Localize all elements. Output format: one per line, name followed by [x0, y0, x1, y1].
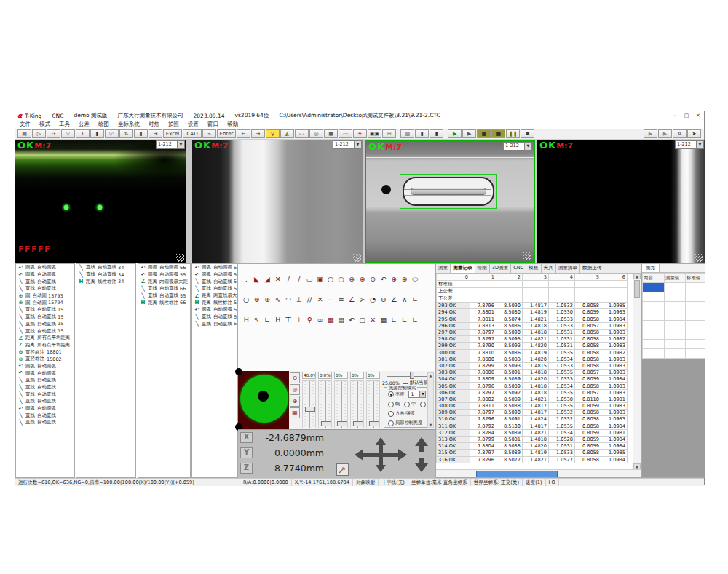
tool-icon[interactable]: ▣: [315, 274, 326, 284]
detail-cell[interactable]: [686, 283, 705, 292]
list-item[interactable]: ╲直线自动直线: [16, 377, 74, 384]
detail-cell[interactable]: [643, 321, 665, 330]
table-row[interactable]: 302 OK7.87998.50931.48151.05330.80581.09…: [437, 362, 628, 369]
tool-icon[interactable]: ≡: [336, 295, 347, 305]
slider-track[interactable]: [350, 380, 364, 428]
tool-icon[interactable]: ○: [336, 274, 347, 284]
arrow-left-button[interactable]: ←: [237, 129, 250, 138]
detail-cell[interactable]: [686, 302, 705, 311]
tool-icon[interactable]: ⚲: [304, 315, 315, 325]
tool-icon[interactable]: ⊕: [357, 274, 368, 284]
chevron-down-icon[interactable]: ▼: [524, 143, 531, 150]
detail-row[interactable]: [643, 292, 705, 302]
light-ring-button[interactable]: ⊙: [290, 372, 300, 383]
menu-item-9[interactable]: 设置: [183, 121, 203, 128]
slider-track[interactable]: [318, 380, 332, 428]
slider-thumb[interactable]: [410, 372, 414, 379]
list-item[interactable]: ╲直线自动直线15: [16, 327, 74, 335]
tool-icon[interactable]: ↖: [252, 315, 263, 325]
list-item[interactable]: ↶圆弧自动圆弧66: [138, 264, 190, 271]
close-button[interactable]: ✕: [692, 112, 704, 120]
radio-medium[interactable]: [404, 402, 410, 407]
table-row[interactable]: 304 OK7.88098.50891.48201.05330.80591.09…: [437, 376, 628, 383]
detail-row[interactable]: [643, 330, 705, 340]
tool-icon[interactable]: ✕: [315, 295, 326, 305]
arrow-right-button[interactable]: →: [251, 129, 265, 138]
tool-icon[interactable]: ↶: [379, 274, 389, 284]
panel-button-1[interactable]: ▮: [415, 129, 429, 138]
tool-icon[interactable]: ∧: [400, 295, 411, 305]
image-button[interactable]: ◭: [280, 129, 294, 138]
run-button[interactable]: ▶: [462, 129, 476, 138]
detail-cell[interactable]: [665, 311, 686, 321]
tool-icon[interactable]: ✕: [273, 274, 284, 284]
tool-icon[interactable]: ▭: [304, 274, 315, 284]
settings-button[interactable]: ✱: [521, 129, 534, 138]
list-item[interactable]: ∠距离所有点平均距离: [16, 342, 74, 349]
list-item[interactable]: ╲直线自动直线: [16, 398, 74, 405]
table-row[interactable]: 309 OK7.87978.50901.48171.05320.80581.09…: [437, 410, 628, 416]
light-coax-button[interactable]: ◎: [290, 384, 300, 395]
list-item[interactable]: ╲直线自动直线: [16, 384, 74, 391]
list-item[interactable]: ⊖直径标注15802: [16, 356, 74, 363]
tool-icon[interactable]: ⊕: [389, 274, 400, 284]
scroll-down-icon[interactable]: ▼: [428, 423, 433, 427]
camera-view-3-selected[interactable]: OK M:7 1-212 ▼: [365, 140, 535, 263]
tool-icon[interactable]: ⊕: [262, 295, 273, 305]
run-all-button[interactable]: ▶: [644, 129, 657, 138]
panel-button-2[interactable]: ▮: [430, 129, 443, 138]
detail-cell[interactable]: [665, 340, 686, 349]
tool-icon[interactable]: ○: [325, 274, 336, 284]
list-item[interactable]: ⊕圆自动圆15793: [16, 292, 74, 300]
tool-icon[interactable]: /: [283, 274, 294, 284]
tool-icon[interactable]: ◢: [262, 274, 273, 284]
tool-icon[interactable]: ∞: [315, 315, 326, 325]
tool-icon[interactable]: 工: [283, 315, 294, 325]
tool-icon[interactable]: ∠: [347, 295, 357, 305]
master-brightness-slider[interactable]: [387, 374, 430, 377]
menu-item-2[interactable]: 模式: [35, 121, 55, 128]
frame-button[interactable]: ▭: [339, 129, 352, 138]
list-item[interactable]: ╲直线自动直线66: [138, 285, 190, 292]
detail-cell[interactable]: [665, 283, 686, 292]
scroll-up-icon[interactable]: ▲: [428, 373, 433, 378]
table-row[interactable]: 315 OK7.87978.50891.48191.05330.80581.09…: [437, 450, 628, 456]
xy-jog-control[interactable]: [355, 437, 407, 475]
table-row[interactable]: 295 OK7.88118.50741.48211.05330.80581.09…: [437, 316, 628, 322]
detail-cell[interactable]: [643, 292, 665, 302]
table-row[interactable]: 307 OK7.88028.50891.48211.05300.81101.09…: [437, 396, 628, 402]
edge-tool-button[interactable]: Ⅰ: [76, 129, 90, 138]
tool-icon[interactable]: .: [241, 274, 252, 284]
film-button[interactable]: ▦: [324, 129, 338, 138]
play-button[interactable]: ▶: [448, 129, 462, 138]
list-item[interactable]: ↶圆弧自动圆弧55: [192, 271, 237, 279]
list-item[interactable]: ↶圆弧自动圆弧55: [138, 271, 190, 279]
list-item[interactable]: ╲直线自动直线55: [192, 285, 237, 292]
table-row[interactable]: 314 OK7.88048.50881.48201.05310.80591.09…: [437, 443, 628, 450]
list-item[interactable]: ↶圆弧自动圆弧55: [192, 306, 237, 314]
diagonal-move-button[interactable]: [336, 463, 349, 476]
element-detail-grid[interactable]: 内容测量值标准值: [642, 273, 705, 359]
align-button[interactable]: ⇅: [119, 129, 133, 138]
tool-icon[interactable]: ▦: [379, 315, 389, 325]
list-item[interactable]: ↶圆弧自动圆弧: [16, 405, 74, 412]
list-item[interactable]: ∠距离内圆弧最大距: [138, 278, 190, 285]
detail-cell[interactable]: [686, 349, 705, 359]
slider-thumb[interactable]: [337, 421, 347, 426]
detail-cell[interactable]: [665, 349, 686, 359]
detail-cell[interactable]: [665, 321, 686, 330]
tool-icon[interactable]: ∿: [273, 295, 284, 305]
table-row[interactable]: 312 OK7.87848.50891.48211.05340.80591.09…: [437, 429, 628, 436]
tool-icon[interactable]: ⋯: [325, 295, 336, 305]
table-row[interactable]: 296 OK7.88138.50861.48181.05330.80571.09…: [437, 322, 628, 329]
olive-button-2[interactable]: ■: [491, 129, 505, 138]
table-row[interactable]: 306 OK7.87978.50921.48181.05350.80571.09…: [437, 389, 628, 396]
list-item[interactable]: ╲直线自动直线55: [192, 314, 237, 321]
probe-button[interactable]: ▽: [61, 129, 75, 138]
menu-item-10[interactable]: 窗口: [203, 121, 223, 128]
send-button[interactable]: ➤: [687, 129, 701, 138]
scroll-thumb[interactable]: [634, 280, 640, 298]
tool-icon[interactable]: ∟: [410, 315, 421, 325]
table-row[interactable]: 294 OK7.88018.50801.48191.05300.80591.09…: [437, 309, 628, 316]
detail-cell[interactable]: [665, 302, 686, 311]
